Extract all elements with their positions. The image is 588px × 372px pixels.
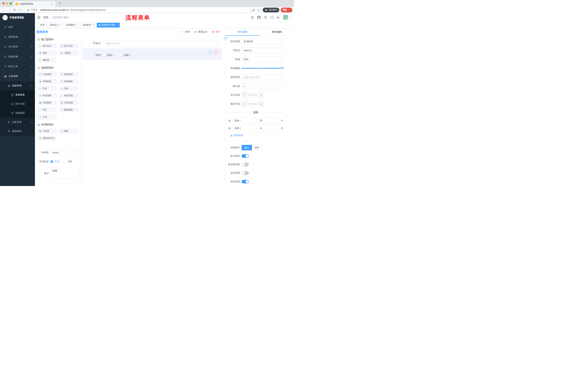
component-button[interactable]: ▢按钮 xyxy=(59,128,78,134)
new-tab-button[interactable]: + xyxy=(58,1,62,6)
clear-button[interactable]: 清空 xyxy=(212,30,220,33)
status-on-radio[interactable]: 开启 xyxy=(51,160,59,163)
github-icon[interactable] xyxy=(257,16,261,19)
sidebar-item-system-management[interactable]: 系统管理 xyxy=(0,32,35,42)
sidebar-item-process-model[interactable]: 流程模型 xyxy=(0,108,35,117)
tag-close-icon[interactable]: × xyxy=(76,24,77,26)
sidebar-item-dev-tools[interactable]: 研发工具 xyxy=(0,62,35,71)
component-row-container[interactable]: ▣行容器 xyxy=(37,128,57,134)
tab-component-props[interactable]: 组件属性 xyxy=(226,28,260,35)
tag-close-icon[interactable]: × xyxy=(116,24,118,26)
label-width-input[interactable] xyxy=(242,74,283,80)
increase-button[interactable]: + xyxy=(259,101,264,107)
border-toggle[interactable] xyxy=(242,163,249,166)
data-binding-link-icon[interactable] xyxy=(224,36,228,40)
disabled-toggle[interactable] xyxy=(242,171,249,175)
title-input[interactable] xyxy=(242,56,283,62)
fullscreen-icon[interactable] xyxy=(270,16,274,19)
tab-close-icon[interactable]: × xyxy=(51,3,53,6)
component-radio-group[interactable]: ◉单选框组 xyxy=(37,79,57,84)
component-slider[interactable]: ⊶滑块 xyxy=(59,86,78,91)
drag-handle-icon[interactable] xyxy=(228,119,231,122)
gender-field-selected[interactable]: *性别 选项一 选项二 xyxy=(83,48,222,60)
component-switch[interactable]: ◐开关 xyxy=(37,86,57,91)
sidebar-item-payment-management[interactable]: 支付管理 xyxy=(0,42,35,52)
option-1-value-input[interactable] xyxy=(258,118,279,124)
component-rate[interactable]: ☆评分 xyxy=(37,107,57,112)
component-date-picker[interactable]: ▦日期选择 xyxy=(37,100,57,105)
browser-tab[interactable]: 芋道管理系统 × xyxy=(13,1,55,7)
copy-component-button[interactable] xyxy=(208,50,212,54)
decrease-button[interactable]: − xyxy=(242,101,247,107)
component-date-range[interactable]: ▤日期范围 xyxy=(59,100,78,105)
component-cascader[interactable]: ⋔级联选择 xyxy=(59,72,78,77)
update-browser-button[interactable]: 更新 ⋮ xyxy=(281,8,292,12)
min-select-input[interactable] xyxy=(247,92,259,98)
component-editor[interactable]: ✎编辑器 xyxy=(37,57,57,63)
address-bar[interactable]: 不安全 dashboard.yudao.iocoder.cn /bpm/mana… xyxy=(24,8,249,12)
remove-option-icon[interactable]: ⊖ xyxy=(281,119,283,122)
sidebar-item-infrastructure[interactable]: 基础设施 xyxy=(0,52,35,62)
sidebar-item-task-management[interactable]: 任务管理 xyxy=(0,117,35,127)
sidebar-item-process-form[interactable]: 流程表单 xyxy=(0,90,35,99)
component-table-wip[interactable]: ⊞表格[开发中] xyxy=(37,136,57,141)
max-select-input[interactable] xyxy=(247,101,259,107)
slider-track[interactable] xyxy=(242,68,283,69)
component-checkbox-group[interactable]: ☑多选框组 xyxy=(59,79,78,84)
show-label-toggle[interactable] xyxy=(242,154,249,158)
tab-form-props[interactable]: 表单属性 xyxy=(260,28,294,35)
sidebar-item-process-management[interactable]: 流程管理 xyxy=(0,81,35,90)
option-1-label-input[interactable] xyxy=(232,118,256,124)
default-value-input[interactable] xyxy=(242,83,283,89)
sidebar-item-user-group[interactable]: 用户分组 xyxy=(0,99,35,108)
form-name-input[interactable] xyxy=(51,150,79,155)
browser-menu-icon[interactable]: ⋮ xyxy=(288,9,290,11)
app-logo[interactable]: 芋道管理系统 xyxy=(0,13,35,22)
breadcrumb-home[interactable]: 首页 xyxy=(43,16,48,19)
tag-process-model[interactable]: 流程模型 × xyxy=(64,23,79,28)
component-select[interactable]: ⊙下拉选择 xyxy=(37,72,57,77)
minimize-window-button[interactable] xyxy=(6,2,8,5)
drag-handle-icon[interactable] xyxy=(228,127,231,130)
remark-textarea[interactable]: 嘿嘿 xyxy=(51,168,79,179)
grid-slider[interactable] xyxy=(242,65,283,71)
tag-close-icon[interactable]: × xyxy=(60,24,61,26)
phone-field[interactable]: *手机号 xyxy=(81,40,219,47)
style-default-button[interactable]: 默认 xyxy=(242,145,252,150)
tag-home[interactable]: 首页 xyxy=(38,23,47,28)
decrease-button[interactable]: − xyxy=(242,92,247,98)
gender-option-2-checkbox[interactable]: 选项二 xyxy=(120,53,131,57)
sidebar-item-home[interactable]: 首页 xyxy=(0,22,35,32)
add-option-button[interactable]: ⊕ 添加选项 xyxy=(230,134,283,137)
sidebar-item-leave-query[interactable]: 请假查询 xyxy=(0,127,35,136)
slider-handle[interactable] xyxy=(282,67,284,69)
increase-button[interactable]: + xyxy=(259,92,264,98)
field-name-input[interactable] xyxy=(242,47,283,53)
search-icon[interactable] xyxy=(251,16,254,19)
delete-component-button[interactable] xyxy=(214,50,218,54)
tag-close-icon[interactable]: × xyxy=(92,24,94,26)
status-off-radio[interactable]: 关闭 xyxy=(63,160,72,163)
tag-process-form[interactable]: 流程表单 × xyxy=(80,23,96,28)
required-toggle[interactable] xyxy=(242,180,249,183)
sidebar-toggle-icon[interactable] xyxy=(37,16,41,19)
component-upload[interactable]: ↥上传 xyxy=(37,114,57,119)
component-multi-line-text[interactable]: ≣多行文本 xyxy=(59,43,78,48)
reload-icon[interactable]: ↻ xyxy=(12,8,17,12)
component-time-range[interactable]: ◔时间范围 xyxy=(59,93,78,98)
phone-input[interactable] xyxy=(103,40,219,47)
view-json-button[interactable]: 查看json xyxy=(194,30,207,33)
sidebar-item-workflow[interactable]: 工作流程 xyxy=(0,71,35,81)
option-2-label-input[interactable] xyxy=(232,125,256,131)
help-icon[interactable]: ? xyxy=(264,16,267,19)
back-icon[interactable]: ← xyxy=(2,8,7,12)
forward-icon[interactable]: → xyxy=(7,8,12,12)
user-avatar[interactable] xyxy=(283,15,288,20)
component-single-line-text[interactable]: ▭单行文本 xyxy=(37,43,57,48)
password-key-icon[interactable] xyxy=(251,8,256,12)
component-password[interactable]: ✱密码 xyxy=(37,50,57,55)
gender-option-1-checkbox[interactable]: 选项一 xyxy=(103,53,114,57)
option-2-value-input[interactable] xyxy=(258,125,279,131)
component-time-picker[interactable]: ◷时间选择 xyxy=(37,93,57,98)
bookmark-star-icon[interactable]: ☆ xyxy=(257,8,261,12)
